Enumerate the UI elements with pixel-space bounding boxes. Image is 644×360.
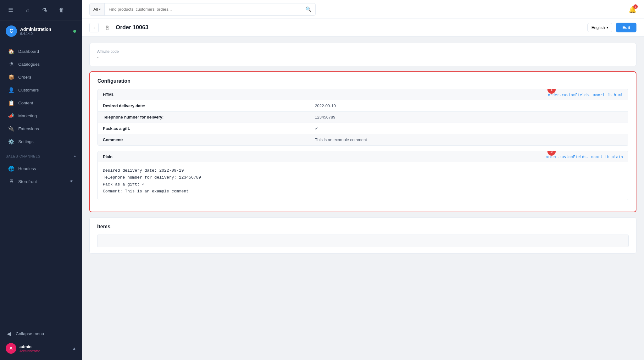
sidebar-menu-icon[interactable]: ☰ bbox=[5, 4, 16, 16]
plain-content: Desired delivery date: 2022-09-19 Teleph… bbox=[98, 162, 628, 200]
sidebar-top-icons: ☰ ⌂ ⚗ 🗑 bbox=[0, 0, 82, 20]
brand-online-dot bbox=[73, 30, 76, 33]
table-cell-key: Telephone number for delivery: bbox=[98, 112, 310, 123]
language-selector[interactable]: English ▾ bbox=[587, 23, 613, 32]
collapse-menu-button[interactable]: ◀ Collapse menu bbox=[0, 327, 82, 340]
sidebar-bottom: ◀ Collapse menu A admin Administrator ▲ bbox=[0, 324, 82, 360]
sidebar-home-icon[interactable]: ⌂ bbox=[22, 4, 33, 16]
configuration-card: Configuration HTML order.customFields._m… bbox=[89, 71, 636, 212]
sidebar-item-customers[interactable]: 👤 Customers bbox=[3, 84, 79, 96]
back-button[interactable]: ‹ bbox=[89, 23, 99, 32]
chevron-down-icon: ▾ bbox=[607, 26, 608, 29]
sidebar-item-label: Extensions bbox=[18, 126, 39, 131]
brand-section: C Administration 6.4.14.0 bbox=[0, 20, 82, 42]
chevron-down-icon: ▾ bbox=[99, 8, 101, 11]
sidebar-item-headless[interactable]: 🌐 Headless bbox=[3, 162, 79, 175]
table-cell-key: Comment: bbox=[98, 134, 310, 146]
sidebar-item-label: Dashboard bbox=[18, 49, 39, 54]
sidebar-item-settings[interactable]: ⚙️ Settings bbox=[3, 135, 79, 148]
sidebar-item-extensions[interactable]: 🔌 Extensions bbox=[3, 122, 79, 135]
user-section[interactable]: A admin Administrator ▲ bbox=[0, 340, 82, 357]
table-cell-value: 123456789 bbox=[310, 112, 628, 123]
topbar: All ▾ 🔍 🔔 1 bbox=[82, 0, 644, 19]
user-name: admin bbox=[19, 344, 69, 349]
customers-icon: 👤 bbox=[8, 87, 14, 93]
notification-badge: 1 bbox=[633, 4, 638, 9]
marketing-icon: 📣 bbox=[8, 113, 14, 119]
page-content: Affiliate code - Configuration HTML orde… bbox=[82, 36, 644, 265]
plain-type-label: Plain bbox=[103, 154, 113, 159]
copy-button[interactable]: ⎘ bbox=[103, 23, 112, 32]
search-icon[interactable]: 🔍 bbox=[302, 6, 315, 12]
extensions-icon: 🔌 bbox=[8, 125, 14, 132]
add-sales-channel-button[interactable]: + bbox=[74, 154, 76, 158]
orders-icon: 📦 bbox=[8, 74, 14, 80]
edit-button[interactable]: Edit bbox=[616, 23, 636, 32]
affiliate-card: Affiliate code - bbox=[89, 43, 636, 66]
items-table bbox=[97, 235, 629, 247]
brand-logo: C bbox=[6, 25, 17, 37]
dashboard-icon: 🏠 bbox=[8, 48, 14, 54]
sidebar: ☰ ⌂ ⚗ 🗑 C Administration 6.4.14.0 🏠 Dash… bbox=[0, 0, 82, 360]
table-cell-key: Pack as a gift: bbox=[98, 123, 310, 134]
notification-button[interactable]: 🔔 1 bbox=[629, 6, 636, 13]
sidebar-trash-icon[interactable]: 🗑 bbox=[56, 4, 67, 16]
collapse-icon: ◀ bbox=[6, 330, 12, 337]
affiliate-code-label: Affiliate code bbox=[97, 49, 629, 54]
sales-channels-nav: 🌐 Headless 🖥 Storefront 👁 bbox=[0, 159, 82, 191]
avatar: A bbox=[6, 343, 16, 354]
brand-version: 6.4.14.0 bbox=[20, 32, 70, 36]
catalogues-icon: ⚗ bbox=[8, 61, 14, 67]
page-header: ‹ ⎘ Order 10063 English ▾ Edit bbox=[82, 19, 644, 36]
topbar-right: 🔔 1 bbox=[629, 6, 636, 13]
sidebar-item-storefront[interactable]: 🖥 Storefront 👁 bbox=[3, 175, 79, 188]
table-cell-value: This is an example comment bbox=[310, 134, 628, 146]
search-filter-dropdown[interactable]: All ▾ bbox=[90, 3, 105, 15]
sidebar-item-content[interactable]: 📋 Content bbox=[3, 97, 79, 109]
configuration-section: Configuration HTML order.customFields._m… bbox=[90, 72, 636, 212]
content-area: ‹ ⎘ Order 10063 English ▾ Edit Affiliate… bbox=[82, 19, 644, 360]
sidebar-item-catalogues[interactable]: ⚗ Catalogues bbox=[3, 58, 79, 70]
storefront-icon: 🖥 bbox=[8, 178, 14, 185]
items-card: Items bbox=[89, 217, 636, 254]
configuration-title: Configuration bbox=[97, 78, 628, 84]
main-nav: 🏠 Dashboard ⚗ Catalogues 📦 Orders 👤 Cust… bbox=[0, 42, 82, 151]
table-row: Telephone number for delivery: 123456789 bbox=[98, 112, 628, 123]
sidebar-item-orders[interactable]: 📦 Orders bbox=[3, 71, 79, 83]
headless-icon: 🌐 bbox=[8, 165, 14, 172]
user-chevron-icon: ▲ bbox=[72, 346, 76, 351]
affiliate-section: Affiliate code - bbox=[90, 43, 636, 66]
html-type-label: HTML bbox=[103, 92, 114, 97]
sidebar-item-label: Orders bbox=[18, 75, 31, 80]
sidebar-item-label: Settings bbox=[18, 139, 34, 144]
sidebar-item-label: Customers bbox=[18, 88, 39, 92]
sidebar-lab-icon[interactable]: ⚗ bbox=[39, 4, 50, 16]
sidebar-item-label: Marketing bbox=[18, 114, 37, 118]
main-content: All ▾ 🔍 🔔 1 ‹ ⎘ Order 10063 English ▾ Ed… bbox=[82, 0, 644, 360]
plain-line: Comment: This is an example comment bbox=[103, 188, 623, 195]
table-row: Desired delivery date: 2022-09-19 bbox=[98, 100, 628, 112]
plain-text: Desired delivery date: 2022-09-19 Teleph… bbox=[103, 167, 623, 195]
html-variable: order.customFields._moorl_fb_html bbox=[548, 93, 623, 97]
plain-line: Pack as a gift: ✓ bbox=[103, 181, 623, 188]
sidebar-item-marketing[interactable]: 📣 Marketing bbox=[3, 109, 79, 122]
sidebar-item-label: Storefront bbox=[18, 179, 37, 184]
html-code-block: HTML order.customFields._moorl_fb_html 1… bbox=[97, 89, 628, 146]
table-cell-value: 2022-09-19 bbox=[310, 100, 628, 112]
html-block-header: HTML order.customFields._moorl_fb_html 1 bbox=[98, 89, 628, 100]
page-title: Order 10063 bbox=[116, 24, 584, 31]
sidebar-item-dashboard[interactable]: 🏠 Dashboard bbox=[3, 45, 79, 58]
plain-line: Desired delivery date: 2022-09-19 bbox=[103, 167, 623, 174]
storefront-visibility-icon[interactable]: 👁 bbox=[70, 179, 74, 184]
plain-code-block: Plain order.customFields._moorl_fb_plain… bbox=[97, 151, 628, 200]
table-cell-key: Desired delivery date: bbox=[98, 100, 310, 112]
table-cell-value: ✓ bbox=[310, 123, 628, 134]
html-config-table: Desired delivery date: 2022-09-19 Teleph… bbox=[98, 100, 628, 146]
search-input[interactable] bbox=[105, 7, 302, 12]
settings-icon: ⚙️ bbox=[8, 138, 14, 145]
sales-channels-label: Sales Channels + bbox=[0, 151, 82, 159]
content-icon: 📋 bbox=[8, 100, 14, 106]
user-role: Administrator bbox=[19, 349, 69, 353]
sidebar-item-label: Headless bbox=[18, 166, 36, 171]
plain-block-header: Plain order.customFields._moorl_fb_plain… bbox=[98, 151, 628, 162]
